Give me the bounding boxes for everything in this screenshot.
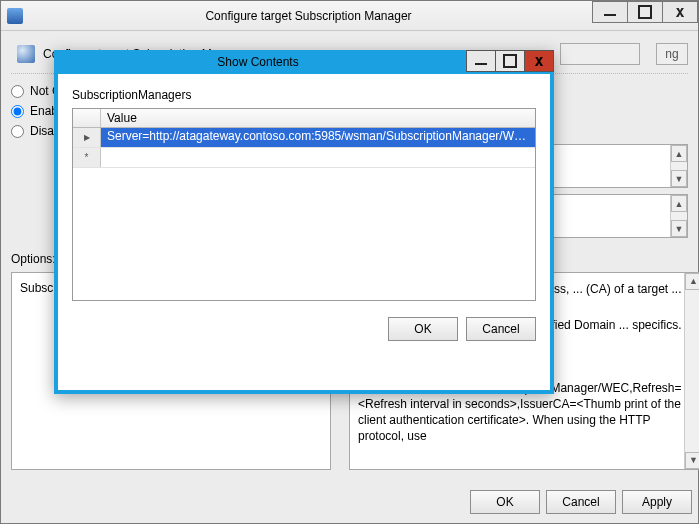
prev-setting-button[interactable] <box>560 43 640 65</box>
grid-row-0-value[interactable]: Server=http://atagateway.contoso.com:598… <box>101 128 535 147</box>
comment-scrollbar[interactable]: ▲ ▼ <box>670 145 687 187</box>
help-scroll-down[interactable]: ▼ <box>685 452 699 469</box>
grid-row-new-value[interactable] <box>101 148 535 167</box>
main-ok-button[interactable]: OK <box>470 490 540 514</box>
main-titlebar[interactable]: Configure target Subscription Manager <box>1 1 698 31</box>
radio-enabled-input[interactable] <box>11 105 24 118</box>
supported-scroll-down[interactable]: ▼ <box>671 220 687 237</box>
help-scroll-up[interactable]: ▲ <box>685 273 699 290</box>
radio-not-configured-input[interactable] <box>11 85 24 98</box>
help-scrollbar[interactable]: ▲ ▼ <box>684 273 699 469</box>
main-cancel-button[interactable]: Cancel <box>546 490 616 514</box>
main-close-button[interactable] <box>662 1 698 23</box>
grid-corner-cell <box>73 109 101 127</box>
radio-disabled-input[interactable] <box>11 125 24 138</box>
grid-label: SubscriptionManagers <box>72 88 536 102</box>
show-contents-dialog: Show Contents SubscriptionManagers Value… <box>54 50 554 394</box>
main-minimize-button[interactable] <box>592 1 628 23</box>
inner-cancel-button[interactable]: Cancel <box>466 317 536 341</box>
inner-close-button[interactable] <box>524 50 554 72</box>
inner-titlebar[interactable]: Show Contents <box>54 50 554 74</box>
grid-column-header[interactable]: Value <box>101 109 535 127</box>
grid-row-0-header[interactable] <box>73 128 101 147</box>
grid-row-new-header[interactable] <box>73 148 101 167</box>
inner-maximize-button[interactable] <box>495 50 525 72</box>
values-grid[interactable]: Value Server=http://atagateway.contoso.c… <box>72 108 536 301</box>
app-icon <box>7 8 23 24</box>
main-apply-button[interactable]: Apply <box>622 490 692 514</box>
inner-ok-button[interactable]: OK <box>388 317 458 341</box>
grid-body[interactable]: Server=http://atagateway.contoso.com:598… <box>73 128 535 300</box>
main-maximize-button[interactable] <box>627 1 663 23</box>
inner-button-row: OK Cancel <box>58 307 550 353</box>
supported-scrollbar[interactable]: ▲ ▼ <box>670 195 687 237</box>
comment-scroll-up[interactable]: ▲ <box>671 145 687 162</box>
grid-row-0[interactable]: Server=http://atagateway.contoso.com:598… <box>73 128 535 148</box>
inner-minimize-button[interactable] <box>466 50 496 72</box>
grid-row-new[interactable] <box>73 148 535 168</box>
policy-icon <box>17 45 35 63</box>
main-button-row: OK Cancel Apply <box>1 480 698 522</box>
comment-scroll-down[interactable]: ▼ <box>671 170 687 187</box>
grid-header-row: Value <box>73 109 535 128</box>
next-setting-button[interactable]: ng <box>656 43 688 65</box>
supported-scroll-up[interactable]: ▲ <box>671 195 687 212</box>
